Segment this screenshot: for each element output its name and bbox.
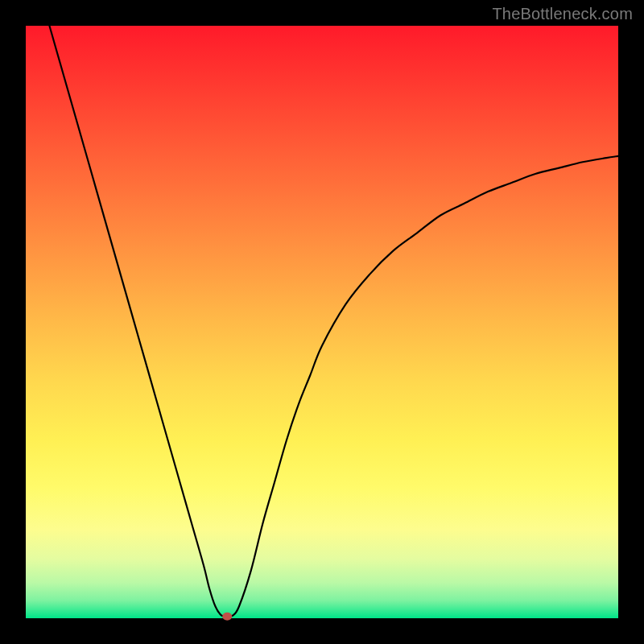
minimum-marker	[222, 613, 232, 621]
watermark-text: TheBottleneck.com	[492, 5, 633, 23]
chart-plot-area	[26, 26, 618, 618]
bottleneck-curve-svg	[26, 26, 618, 618]
bottleneck-curve-path	[49, 26, 618, 617]
